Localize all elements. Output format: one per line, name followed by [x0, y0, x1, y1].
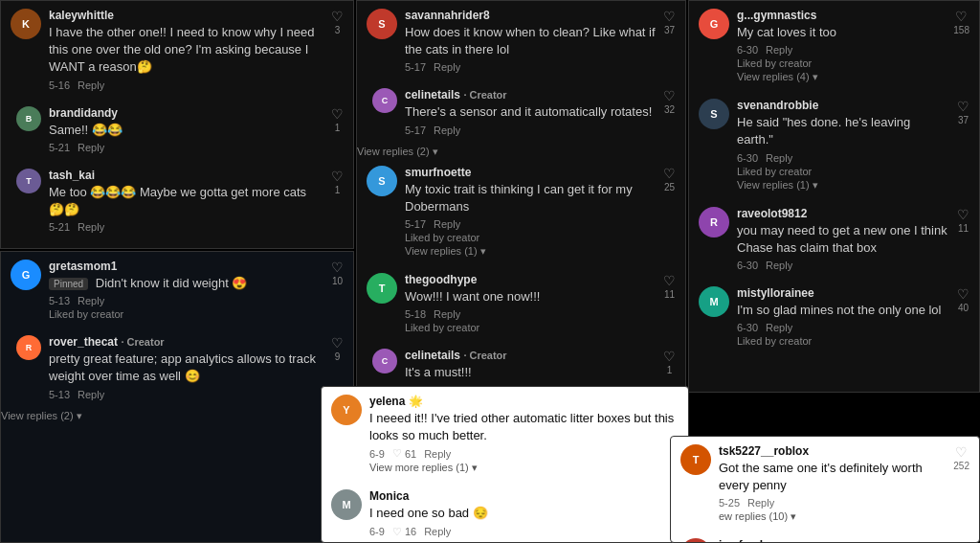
meta-thegoodhype: 5-18 Reply: [405, 308, 656, 320]
reply-thegoodhype[interactable]: Reply: [434, 308, 460, 320]
heart-icon-yelena-inline: ♡: [392, 447, 402, 460]
date-savannahrider8: 5-17: [405, 61, 426, 73]
heart-gretasmom1[interactable]: ♡ 10: [331, 260, 344, 320]
comment-body-brandidandy: brandidandy Same!! 😂😂 5-21 Reply: [49, 106, 323, 153]
date-celinetails-1: 5-17: [405, 124, 426, 136]
heart-count-svenandrobbie: 37: [958, 115, 969, 125]
reply-mistyllorainee[interactable]: Reply: [766, 322, 792, 333]
heart-icon-savannahrider8: ♡: [663, 9, 676, 24]
heart-svenandrobbie[interactable]: ♡ 37: [957, 99, 969, 191]
comment-text-thegoodhype: Wow!!! I want one now!!!: [405, 288, 656, 305]
pinned-badge: Pinned: [49, 278, 88, 290]
view-replies-savannahrider8[interactable]: View replies (2) ▾: [357, 146, 685, 158]
heart-savannahrider8[interactable]: ♡ 37: [663, 9, 676, 73]
heart-icon-tash-kai: ♡: [331, 169, 344, 184]
avatar-yelena: Y: [331, 395, 362, 425]
comment-text-raveolot: you may need to get a new one I think Ch…: [737, 222, 949, 257]
reply-monica[interactable]: Reply: [424, 526, 451, 537]
date-gymnastics: 6-30: [737, 44, 758, 56]
meta-yelena: 6-9 ♡ 61 Reply: [369, 447, 679, 460]
heart-icon-gymnastics: ♡: [955, 9, 968, 24]
comment-yelena: Y yelena 🌟 I neeed it!! I've tried other…: [322, 387, 688, 482]
reply-gretasmom1[interactable]: Reply: [78, 295, 104, 306]
comment-text-celinetails-1: There's a sensor and it automatically ro…: [405, 103, 656, 121]
liked-by-creator-mistyllorainee: Liked by creator: [737, 335, 949, 347]
view-replies-yelena[interactable]: View more replies (1) ▾: [369, 462, 679, 474]
heart-count-savannahrider8: 37: [664, 25, 675, 35]
liked-by-creator-thegoodhype: Liked by creator: [405, 322, 656, 333]
reply-kaleywhittle[interactable]: Reply: [78, 79, 104, 91]
heart-thegoodhype[interactable]: ♡ 11: [663, 273, 676, 333]
heart-icon-gretasmom1: ♡: [331, 260, 344, 275]
date-svenandrobbie: 6-30: [737, 152, 758, 164]
heart-mistyllorainee[interactable]: ♡ 40: [957, 286, 969, 347]
username-mistyllorainee: mistyllorainee: [737, 286, 949, 300]
comment-text-mistyllorainee: I'm so glad mines not the only one lol: [737, 302, 949, 319]
comment-body-tsk5227: tsk5227__roblox Got the same one it's de…: [719, 444, 946, 523]
panel-left-bottom: G gretasmom1 Pinned Didn't know it did w…: [0, 251, 354, 543]
comment-monica: M Monica I need one so bad 😔 6-9 ♡ 16 Re…: [322, 482, 688, 543]
username-celinetails-1: celinetails · Creator: [405, 88, 656, 102]
heart-inline-monica[interactable]: ♡ 16: [392, 526, 416, 538]
avatar-celinetails-2: C: [372, 349, 397, 373]
heart-count-tsk5227: 252: [953, 461, 969, 471]
avatar-svenandrobbie: S: [699, 99, 729, 129]
avatar-monica: M: [331, 489, 362, 520]
view-replies-tsk5227[interactable]: ew replies (10) ▾: [719, 510, 946, 523]
avatar-savannahrider8: S: [367, 9, 397, 39]
heart-inline-yelena[interactable]: ♡ 61: [392, 447, 416, 460]
reply-tsk5227[interactable]: Reply: [747, 497, 774, 509]
date-monica: 6-9: [369, 526, 385, 537]
panel-middle-bottom: Y yelena 🌟 I neeed it!! I've tried other…: [321, 386, 689, 543]
reply-brandidandy[interactable]: Reply: [78, 142, 104, 153]
heart-icon-smurfnoette: ♡: [663, 166, 676, 181]
date-mistyllorainee: 6-30: [737, 322, 758, 333]
comment-celinetails-1: C celinetails · Creator There's a sensor…: [357, 80, 685, 143]
heart-tsk5227[interactable]: ♡ 252: [953, 444, 969, 523]
view-replies-gretasmom1[interactable]: View replies (2) ▾: [1, 410, 353, 422]
view-replies-svenandrobbie[interactable]: View replies (1) ▾: [737, 179, 949, 192]
comment-body-monica: Monica I need one so bad 😔 6-9 ♡ 16 Repl…: [369, 489, 679, 537]
screenshot-container: K kaleywhittle I have the other one!! I …: [0, 0, 980, 543]
comment-thegoodhype: T thegoodhype Wow!!! I want one now!!! 5…: [357, 265, 685, 341]
heart-gymnastics[interactable]: ♡ 158: [953, 9, 969, 83]
liked-by-creator-gymnastics: Liked by creator: [737, 57, 946, 69]
reply-tash-kai[interactable]: Reply: [78, 221, 104, 233]
heart-icon-tsk5227: ♡: [955, 444, 968, 460]
date-yelena: 6-9: [369, 448, 385, 460]
reply-yelena[interactable]: Reply: [424, 448, 451, 460]
heart-iamfreelamour[interactable]: ♥: [962, 538, 969, 543]
comment-text-savannahrider8: How does it know when to clean? Like wha…: [405, 24, 656, 58]
meta-monica: 6-9 ♡ 16 Reply: [369, 526, 679, 538]
heart-tash-kai[interactable]: ♡ 1: [331, 169, 344, 233]
comment-rover-thecat: R rover_thecat · Creator pretty great fe…: [1, 328, 353, 407]
comment-tash-kai: T tash_kai Me too 😂😂😂 Maybe we gotta get…: [1, 161, 353, 240]
heart-brandidandy[interactable]: ♡ 1: [331, 106, 344, 153]
heart-smurfnoette[interactable]: ♡ 25: [663, 166, 676, 258]
comment-text-brandidandy: Same!! 😂😂: [49, 122, 323, 139]
creator-badge-rover: · Creator: [121, 336, 164, 348]
reply-celinetails-1[interactable]: Reply: [434, 124, 460, 136]
heart-celinetails-1[interactable]: ♡ 32: [663, 88, 676, 135]
heart-count-celinetails-1: 32: [664, 104, 675, 115]
heart-count-gretasmom1: 10: [332, 276, 343, 286]
comment-savannahrider8: S savannahrider8 How does it know when t…: [357, 1, 685, 80]
comment-body-mistyllorainee: mistyllorainee I'm so glad mines not the…: [737, 286, 949, 347]
reply-rover-thecat[interactable]: Reply: [78, 389, 104, 400]
reply-savannahrider8[interactable]: Reply: [434, 61, 460, 73]
heart-kaleywhittle[interactable]: ♡ 3: [331, 9, 344, 91]
view-replies-gymnastics[interactable]: View replies (4) ▾: [737, 71, 946, 83]
date-raveolot: 6-30: [737, 260, 758, 271]
comment-body-celinetails-1: celinetails · Creator There's a sensor a…: [405, 88, 656, 135]
view-replies-smurfnoette[interactable]: View replies (1) ▾: [405, 245, 656, 258]
username-smurfnoette: smurfnoette: [405, 166, 656, 179]
heart-raveolot[interactable]: ♡ 11: [957, 207, 969, 271]
date-brandidandy: 5-21: [49, 142, 70, 153]
reply-svenandrobbie[interactable]: Reply: [766, 152, 792, 164]
reply-gymnastics[interactable]: Reply: [766, 44, 792, 56]
reply-raveolot[interactable]: Reply: [766, 260, 792, 271]
meta-celinetails-1: 5-17 Reply: [405, 124, 656, 136]
reply-smurfnoette[interactable]: Reply: [434, 218, 460, 230]
heart-icon-thegoodhype: ♡: [663, 273, 676, 288]
heart-count-monica-inline: 16: [405, 526, 416, 537]
